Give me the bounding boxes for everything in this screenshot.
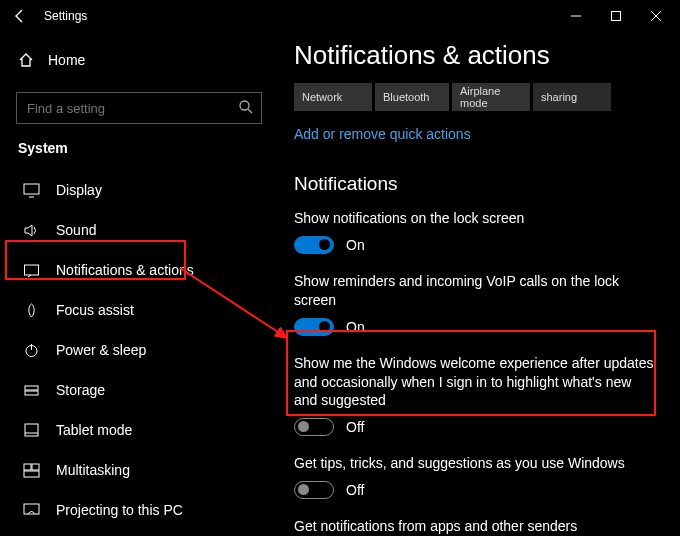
notifications-icon bbox=[20, 262, 42, 279]
window-controls bbox=[556, 0, 676, 32]
sidebar-item-power-sleep[interactable]: Power & sleep bbox=[16, 330, 262, 370]
toggle-state: Off bbox=[346, 482, 364, 498]
svg-rect-4 bbox=[24, 184, 39, 194]
svg-rect-6 bbox=[24, 265, 38, 275]
toggle-switch[interactable] bbox=[294, 236, 334, 254]
setting-tips: Get tips, tricks, and suggestions as you… bbox=[294, 454, 656, 499]
sidebar-item-focus-assist[interactable]: Focus assist bbox=[16, 290, 262, 330]
svg-rect-16 bbox=[24, 471, 39, 477]
section-header: Notifications bbox=[294, 173, 656, 195]
main-content: Notifications & actions Network Bluetoot… bbox=[278, 32, 680, 536]
svg-rect-15 bbox=[32, 464, 39, 470]
page-title: Notifications & actions bbox=[294, 40, 656, 71]
sidebar: Home System Display Sound Notifications … bbox=[0, 32, 278, 536]
maximize-button[interactable] bbox=[596, 0, 636, 32]
svg-rect-10 bbox=[25, 386, 38, 390]
minimize-button[interactable] bbox=[556, 0, 596, 32]
quick-actions-link[interactable]: Add or remove quick actions bbox=[294, 126, 471, 142]
toggle-state: On bbox=[346, 319, 365, 335]
toggle-state: Off bbox=[346, 419, 364, 435]
storage-icon bbox=[20, 382, 42, 399]
svg-rect-1 bbox=[612, 12, 621, 21]
search-box[interactable] bbox=[16, 92, 262, 124]
titlebar: Settings bbox=[0, 0, 680, 32]
setting-title: Show me the Windows welcome experience a… bbox=[294, 354, 656, 411]
quick-action-tiles: Network Bluetooth Airplane mode sharing bbox=[294, 83, 656, 111]
svg-rect-11 bbox=[25, 391, 38, 395]
svg-line-3 bbox=[248, 109, 252, 113]
sidebar-item-label: Projecting to this PC bbox=[56, 502, 183, 518]
home-icon bbox=[16, 52, 36, 68]
sidebar-item-label: Notifications & actions bbox=[56, 262, 194, 278]
setting-title: Show notifications on the lock screen bbox=[294, 209, 656, 228]
sidebar-item-projecting[interactable]: Projecting to this PC bbox=[16, 490, 262, 530]
setting-app-notifications: Get notifications from apps and other se… bbox=[294, 517, 656, 536]
back-button[interactable] bbox=[4, 0, 36, 32]
setting-title: Get tips, tricks, and suggestions as you… bbox=[294, 454, 656, 473]
close-button[interactable] bbox=[636, 0, 676, 32]
sidebar-item-sound[interactable]: Sound bbox=[16, 210, 262, 250]
setting-reminders-voip: Show reminders and incoming VoIP calls o… bbox=[294, 272, 656, 336]
sidebar-item-label: Sound bbox=[56, 222, 96, 238]
category-label: System bbox=[18, 140, 262, 156]
sidebar-item-notifications[interactable]: Notifications & actions bbox=[16, 250, 262, 290]
tile-airplane-mode[interactable]: Airplane mode bbox=[452, 83, 530, 111]
search-icon bbox=[238, 99, 254, 115]
home-label: Home bbox=[48, 52, 85, 68]
setting-title: Show reminders and incoming VoIP calls o… bbox=[294, 272, 656, 310]
svg-point-2 bbox=[240, 101, 249, 110]
svg-rect-17 bbox=[24, 504, 39, 514]
sidebar-item-label: Storage bbox=[56, 382, 105, 398]
window-title: Settings bbox=[44, 9, 87, 23]
sidebar-item-label: Focus assist bbox=[56, 302, 134, 318]
multitasking-icon bbox=[20, 462, 42, 479]
search-input[interactable] bbox=[16, 92, 262, 124]
power-icon bbox=[20, 342, 42, 359]
sidebar-item-display[interactable]: Display bbox=[16, 170, 262, 210]
sidebar-item-tablet-mode[interactable]: Tablet mode bbox=[16, 410, 262, 450]
tile-network[interactable]: Network bbox=[294, 83, 372, 111]
setting-welcome-experience: Show me the Windows welcome experience a… bbox=[294, 354, 656, 437]
sound-icon bbox=[20, 222, 42, 239]
tile-bluetooth[interactable]: Bluetooth bbox=[375, 83, 449, 111]
sidebar-item-label: Power & sleep bbox=[56, 342, 146, 358]
projecting-icon bbox=[20, 502, 42, 519]
sidebar-item-label: Tablet mode bbox=[56, 422, 132, 438]
home-button[interactable]: Home bbox=[16, 40, 262, 80]
toggle-switch[interactable] bbox=[294, 481, 334, 499]
display-icon bbox=[20, 182, 42, 199]
tablet-icon bbox=[20, 422, 42, 439]
toggle-state: On bbox=[346, 237, 365, 253]
sidebar-item-label: Display bbox=[56, 182, 102, 198]
sidebar-item-label: Multitasking bbox=[56, 462, 130, 478]
focus-assist-icon bbox=[20, 302, 42, 319]
svg-rect-12 bbox=[25, 424, 38, 436]
svg-rect-14 bbox=[24, 464, 31, 470]
setting-title: Get notifications from apps and other se… bbox=[294, 517, 656, 536]
sidebar-item-storage[interactable]: Storage bbox=[16, 370, 262, 410]
tile-nearby-sharing[interactable]: sharing bbox=[533, 83, 611, 111]
toggle-switch[interactable] bbox=[294, 418, 334, 436]
sidebar-item-multitasking[interactable]: Multitasking bbox=[16, 450, 262, 490]
setting-lock-screen-notifications: Show notifications on the lock screen On bbox=[294, 209, 656, 254]
toggle-switch[interactable] bbox=[294, 318, 334, 336]
